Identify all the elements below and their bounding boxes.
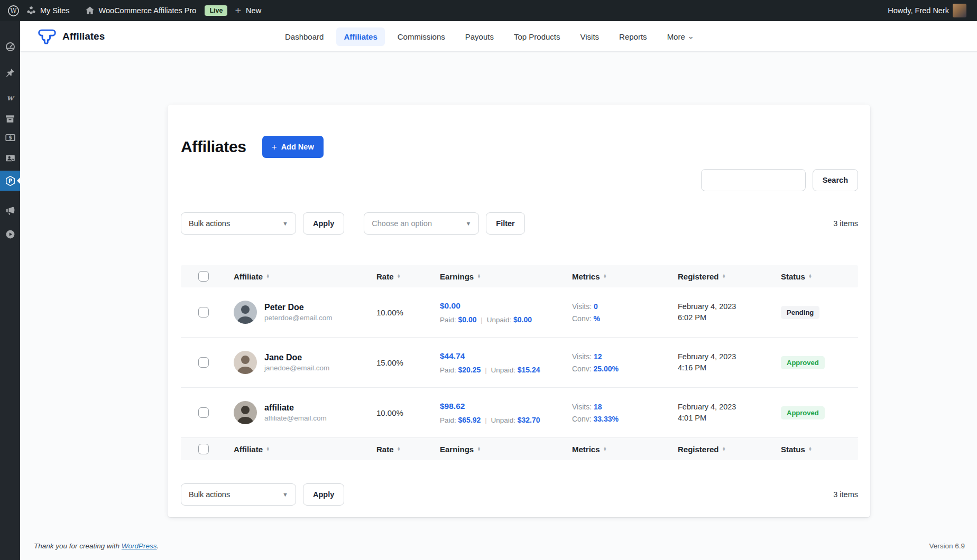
my-sites-menu[interactable]: My Sites <box>23 5 73 16</box>
column-header-metrics[interactable]: Metrics▲▼ <box>565 445 670 454</box>
status-badge: Approved <box>781 406 825 419</box>
sort-icon: ▲▼ <box>477 447 481 451</box>
bulk-actions-select[interactable]: Bulk actions ▼ <box>181 212 296 235</box>
affiliates-table: Affiliate▲▼Rate▲▼Earnings▲▼Metrics▲▼Regi… <box>181 265 858 460</box>
add-new-button[interactable]: + Add New <box>262 136 324 158</box>
wordpress-link[interactable]: WordPress <box>122 542 157 550</box>
sort-icon: ▲▼ <box>603 447 607 451</box>
sort-icon: ▲▼ <box>808 447 812 451</box>
column-header-registered[interactable]: Registered▲▼ <box>670 445 773 454</box>
avatar <box>234 401 257 424</box>
earnings-total-link[interactable]: $98.62 <box>440 402 465 410</box>
apply-button-bottom[interactable]: Apply <box>303 483 344 506</box>
sort-icon: ▲▼ <box>477 274 481 278</box>
bulk-actions-select-bottom[interactable]: Bulk actions ▼ <box>181 483 296 506</box>
visits-label: Visits: <box>572 302 592 311</box>
registered-date: February 4, 2023 6:02 PM <box>670 301 773 323</box>
affiliate-name-link[interactable]: Peter Doe <box>264 303 333 312</box>
footer-version: Version 6.9 <box>929 542 965 550</box>
wp-logo-menu[interactable]: W <box>4 5 23 17</box>
table-header-top: Affiliate▲▼Rate▲▼Earnings▲▼Metrics▲▼Regi… <box>181 265 858 287</box>
conv-value-link[interactable]: % <box>593 314 600 323</box>
paid-amount-link[interactable]: $65.92 <box>458 416 481 424</box>
search-input[interactable] <box>701 169 806 191</box>
column-header-rate[interactable]: Rate▲▼ <box>369 445 432 454</box>
unpaid-amount-link[interactable]: $32.70 <box>518 416 540 424</box>
table-row: Jane Doe janedoe@email.com 15.00% $44.74… <box>181 338 858 388</box>
row-checkbox[interactable] <box>198 307 209 318</box>
sidebar-item-affiliates-active[interactable]: P <box>0 171 20 191</box>
top-navigation: DashboardAffiliatesCommissionsPayoutsTop… <box>278 21 701 52</box>
row-checkbox[interactable] <box>198 357 209 368</box>
new-menu[interactable]: + New <box>232 5 264 16</box>
site-menu[interactable]: WooCommerce Affiliates Pro <box>81 5 200 16</box>
nav-visits[interactable]: Visits <box>573 27 607 46</box>
nav-top-products[interactable]: Top Products <box>506 27 568 46</box>
nav-payouts[interactable]: Payouts <box>458 27 501 46</box>
account-menu[interactable]: Howdy, Fred Nerk <box>884 4 970 17</box>
conv-value-link[interactable]: 25.00% <box>593 365 618 373</box>
visits-value-link[interactable]: 18 <box>594 403 602 411</box>
visits-value-link[interactable]: 12 <box>594 352 602 361</box>
column-header-affiliate[interactable]: Affiliate▲▼ <box>226 445 369 454</box>
affiliate-name-link[interactable]: affiliate <box>264 403 327 413</box>
column-header-earnings[interactable]: Earnings▲▼ <box>432 445 565 454</box>
nav-affiliates[interactable]: Affiliates <box>336 27 384 46</box>
sidebar-item-pinned[interactable] <box>0 64 20 82</box>
sidebar-item-announcements[interactable] <box>0 201 20 219</box>
conv-value-link[interactable]: 33.33% <box>593 415 618 423</box>
registered-date: February 4, 2023 4:01 PM <box>670 402 773 424</box>
sort-icon: ▲▼ <box>266 447 270 451</box>
sidebar-item-users[interactable] <box>0 149 20 167</box>
column-header-earnings[interactable]: Earnings▲▼ <box>432 272 565 281</box>
live-badge: Live <box>205 5 227 16</box>
unpaid-amount-link[interactable]: $0.00 <box>513 315 532 324</box>
column-header-rate[interactable]: Rate▲▼ <box>369 272 432 281</box>
filter-select[interactable]: Choose an option ▼ <box>364 212 479 235</box>
row-checkbox[interactable] <box>198 407 209 418</box>
visits-value-link[interactable]: 0 <box>594 302 598 311</box>
nav-dashboard[interactable]: Dashboard <box>278 27 331 46</box>
filter-button[interactable]: Filter <box>486 212 524 235</box>
nav-more[interactable]: More⌄ <box>660 27 701 46</box>
table-header-bottom: Affiliate▲▼Rate▲▼Earnings▲▼Metrics▲▼Regi… <box>181 438 858 460</box>
caret-down-icon: ▼ <box>282 491 288 498</box>
unpaid-label: Unpaid: <box>487 316 512 324</box>
apply-button[interactable]: Apply <box>303 212 344 235</box>
column-header-status[interactable]: Status▲▼ <box>773 272 858 281</box>
select-all-checkbox[interactable] <box>198 444 209 454</box>
new-label: New <box>246 6 261 15</box>
affiliate-name-link[interactable]: Jane Doe <box>264 353 329 362</box>
separator: | <box>483 416 489 424</box>
footer-thanks: Thank you for creating with WordPress. <box>34 542 159 550</box>
column-header-registered[interactable]: Registered▲▼ <box>670 272 773 281</box>
brand-title: Affiliates <box>62 31 105 42</box>
sidebar-item-payments[interactable]: $ <box>0 128 20 146</box>
svg-text:W: W <box>10 7 17 14</box>
paid-amount-link[interactable]: $0.00 <box>458 315 477 324</box>
select-all-checkbox[interactable] <box>198 271 209 282</box>
paid-label: Paid: <box>440 366 456 374</box>
rate-value: 10.00% <box>369 308 432 317</box>
column-header-metrics[interactable]: Metrics▲▼ <box>565 272 670 281</box>
sidebar-item-archive[interactable] <box>0 110 20 128</box>
column-header-affiliate[interactable]: Affiliate▲▼ <box>226 272 369 281</box>
sort-icon: ▲▼ <box>722 274 726 278</box>
plus-icon: + <box>272 143 277 152</box>
earnings-total-link[interactable]: $44.74 <box>440 351 465 360</box>
sidebar-item-w-plugin[interactable]: w <box>0 89 20 107</box>
sort-icon: ▲▼ <box>722 447 726 451</box>
earnings-total-link[interactable]: $0.00 <box>440 301 460 310</box>
search-button[interactable]: Search <box>813 169 858 191</box>
unpaid-amount-link[interactable]: $15.24 <box>518 366 540 374</box>
table-row: Peter Doe peterdoe@email.com 10.00% $0.0… <box>181 287 858 338</box>
sidebar-item-dashboard[interactable] <box>0 38 20 55</box>
column-header-status[interactable]: Status▲▼ <box>773 445 858 454</box>
brand[interactable]: Affiliates <box>38 27 105 45</box>
paid-amount-link[interactable]: $20.25 <box>458 366 481 374</box>
my-sites-label: My Sites <box>40 6 70 15</box>
nav-reports[interactable]: Reports <box>612 27 655 46</box>
nav-commissions[interactable]: Commissions <box>390 27 453 46</box>
sidebar-item-media[interactable] <box>0 225 20 243</box>
affiliates-plugin-icon: P <box>5 175 16 186</box>
